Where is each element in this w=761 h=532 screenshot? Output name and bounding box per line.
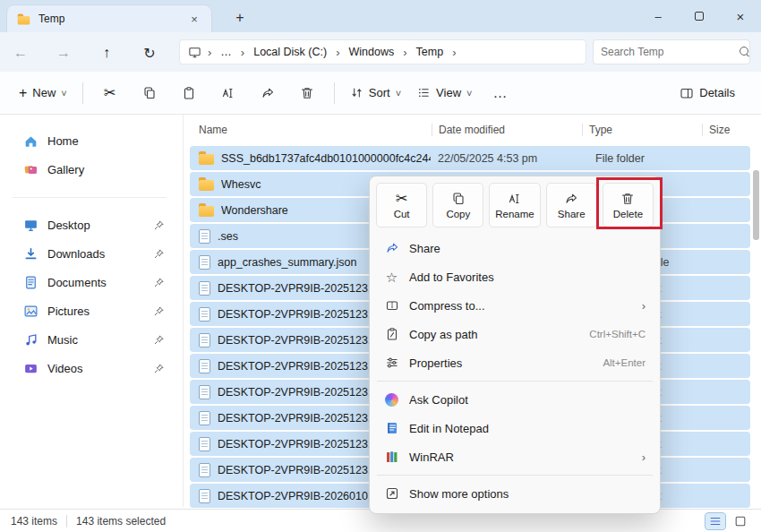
sidebar-item-downloads[interactable]: Downloads <box>7 240 174 267</box>
breadcrumb-item-temp[interactable]: Temp <box>413 44 448 60</box>
breadcrumb-overflow[interactable]: … <box>217 44 235 60</box>
rename-button[interactable] <box>217 82 240 105</box>
column-divider[interactable] <box>702 124 703 136</box>
menu-item-label: Add to Favorites <box>409 270 494 284</box>
pictures-icon <box>23 304 38 319</box>
explorer-tab[interactable]: Temp × <box>7 5 211 32</box>
file-icon <box>199 385 210 399</box>
share-button[interactable] <box>256 82 279 105</box>
close-button[interactable]: × <box>720 0 761 32</box>
sidebar-item-home[interactable]: Home <box>7 127 174 154</box>
pin-icon <box>153 305 165 317</box>
sidebar-item-label: Pictures <box>47 305 90 318</box>
column-divider[interactable] <box>582 124 583 136</box>
ctx-rename-button[interactable]: Rename <box>489 183 540 227</box>
file-icon <box>199 255 210 270</box>
paste-button[interactable] <box>177 82 201 105</box>
view-button[interactable]: View ˅ <box>409 81 480 105</box>
plus-icon: + <box>19 86 27 100</box>
maximize-button[interactable] <box>679 0 720 32</box>
sort-icon <box>350 86 363 99</box>
sidebar-divider <box>183 115 184 507</box>
ctx-copy-button[interactable]: Copy <box>432 183 483 227</box>
forward-button[interactable]: → <box>52 41 75 64</box>
maximize-icon <box>695 12 704 21</box>
folder-icon <box>199 203 214 217</box>
sidebar-item-label: Documents <box>47 276 107 289</box>
menu-item-compress-to[interactable]: Compress to... › <box>375 291 654 320</box>
menu-item-ask-copilot[interactable]: Ask Copilot <box>375 385 654 414</box>
column-header-type[interactable]: Type <box>589 124 709 136</box>
items-count: 143 items <box>11 515 57 528</box>
copy-button[interactable] <box>138 82 161 105</box>
sidebar-item-pictures[interactable]: Pictures <box>7 297 174 324</box>
downloads-icon <box>23 246 38 262</box>
share-icon <box>384 241 399 255</box>
menu-item-show-more-options[interactable]: Show more options <box>375 479 654 508</box>
notepad-icon <box>384 421 399 435</box>
ctx-share-button[interactable]: Share <box>546 183 597 227</box>
sidebar-separator <box>13 197 167 198</box>
icons-view-icon <box>734 515 747 528</box>
copy-path-icon <box>384 327 399 341</box>
ctx-delete-button[interactable]: Delete <box>603 183 654 227</box>
breadcrumb-item-windows[interactable]: Windows <box>346 44 398 60</box>
file-icon <box>199 229 210 244</box>
cut-button[interactable]: ✂ <box>98 82 122 105</box>
sidebar-item-label: Desktop <box>47 219 90 232</box>
file-icon <box>199 307 210 322</box>
ctx-rename-label: Rename <box>495 209 534 219</box>
scissors-icon: ✂ <box>104 86 115 100</box>
menu-item-share[interactable]: Share <box>375 234 654 262</box>
vertical-scrollbar[interactable] <box>753 118 759 505</box>
table-row[interactable]: SSS_b6db1737afc4db0101000000fc4c244a 22/… <box>190 146 750 170</box>
column-header-size[interactable]: Size <box>709 124 745 136</box>
column-header-row: Name Date modified Type Size <box>190 118 750 142</box>
ctx-cut-button[interactable]: ✂ Cut <box>376 183 427 227</box>
pin-icon <box>153 334 165 346</box>
menu-item-label: Properties <box>409 356 462 370</box>
sidebar-item-documents[interactable]: Documents <box>7 269 174 296</box>
show-more-icon <box>384 486 399 501</box>
search-box <box>593 39 750 64</box>
chevron-down-icon: ˅ <box>61 88 66 99</box>
ctx-share-label: Share <box>558 209 586 219</box>
new-tab-button[interactable]: + <box>229 7 251 29</box>
column-divider[interactable] <box>432 124 432 136</box>
sort-button[interactable]: Sort ˅ <box>342 81 409 105</box>
menu-item-winrar[interactable]: WinRAR › <box>375 442 654 471</box>
menu-shortcut: Ctrl+Shift+C <box>589 329 646 339</box>
back-button[interactable]: ← <box>9 41 32 64</box>
tab-close-icon[interactable]: × <box>186 11 202 27</box>
sidebar-item-music[interactable]: Music <box>7 326 174 353</box>
minimize-button[interactable]: – <box>637 0 679 32</box>
menu-item-label: Share <box>409 242 440 255</box>
menu-item-copy-as-path[interactable]: Copy as path Ctrl+Shift+C <box>375 320 654 348</box>
menu-item-add-to-favorites[interactable]: ☆ Add to Favorites <box>375 262 654 291</box>
new-button[interactable]: + New ˅ <box>11 81 75 106</box>
pin-icon <box>153 277 165 288</box>
column-header-date[interactable]: Date modified <box>439 124 589 136</box>
sidebar-item-desktop[interactable]: Desktop <box>7 211 174 238</box>
breadcrumb-item-drive[interactable]: Local Disk (C:) <box>250 44 330 60</box>
up-button[interactable]: ↑ <box>95 41 118 64</box>
scrollbar-thumb[interactable] <box>753 170 759 240</box>
submenu-chevron-icon: › <box>642 299 646 313</box>
menu-item-properties[interactable]: Properties Alt+Enter <box>375 348 654 377</box>
pin-icon <box>153 363 165 374</box>
ctx-copy-label: Copy <box>446 209 470 219</box>
sidebar-item-gallery[interactable]: Gallery <box>7 156 174 183</box>
icons-view-toggle[interactable] <box>731 513 750 529</box>
search-input[interactable] <box>601 46 740 58</box>
file-icon <box>199 333 210 348</box>
delete-button[interactable] <box>295 82 319 105</box>
refresh-button[interactable]: ↻ <box>138 41 161 64</box>
column-header-name[interactable]: Name <box>199 124 439 136</box>
more-options-button[interactable]: … <box>492 85 508 101</box>
menu-item-edit-in-notepad[interactable]: Edit in Notepad <box>375 414 654 442</box>
details-pane-button[interactable]: Details <box>671 81 743 106</box>
documents-icon <box>23 275 38 290</box>
details-view-toggle[interactable] <box>705 513 725 529</box>
file-icon <box>199 463 210 477</box>
sidebar-item-videos[interactable]: Videos <box>7 355 174 382</box>
